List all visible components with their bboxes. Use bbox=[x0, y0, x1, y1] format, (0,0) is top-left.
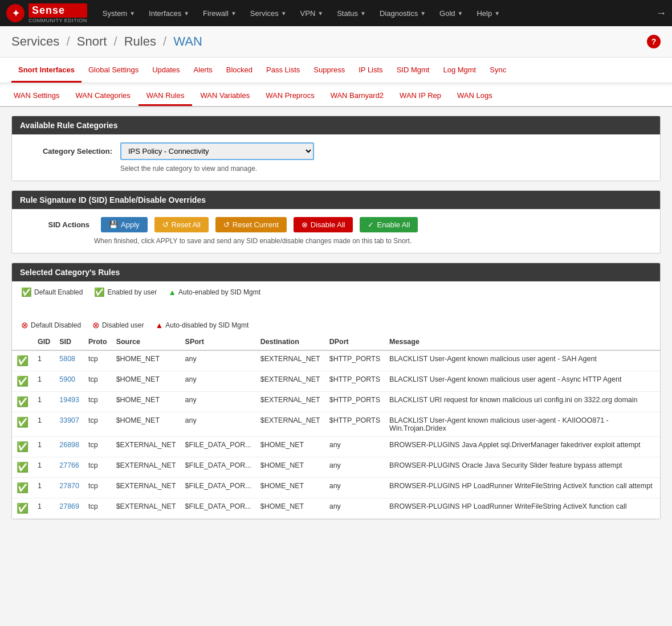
row-status-icon[interactable]: ✅ bbox=[12, 412, 33, 437]
tab-alerts[interactable]: Alerts bbox=[187, 58, 219, 83]
caret-icon: ▼ bbox=[360, 10, 366, 17]
reset-all-button[interactable]: ↺ Reset All bbox=[154, 217, 209, 232]
tab-suppress[interactable]: Suppress bbox=[307, 58, 352, 83]
table-row: ✅ 1 5808 tcp $HOME_NET any $EXTERNAL_NET… bbox=[12, 350, 660, 371]
row-message: BLACKLIST User-Agent known malicious use… bbox=[385, 350, 660, 371]
menu-item-vpn[interactable]: VPN▼ bbox=[294, 0, 331, 26]
tab-log-mgmt[interactable]: Log Mgmt bbox=[436, 58, 483, 83]
row-message: BROWSER-PLUGINS HP LoadRunner WriteFileS… bbox=[385, 478, 660, 498]
menu-item-status[interactable]: Status▼ bbox=[330, 0, 373, 26]
tab-ip-lists[interactable]: IP Lists bbox=[352, 58, 389, 83]
tab-wan-settings[interactable]: WAN Settings bbox=[6, 85, 67, 106]
row-status-icon[interactable]: ✅ bbox=[12, 437, 33, 457]
top-navigation: ✦ Sense COMMUNITY EDITION System▼ Interf… bbox=[0, 0, 672, 26]
row-sid[interactable]: 33907 bbox=[55, 412, 84, 437]
legend-default-enabled: ✅ Default Enabled bbox=[21, 287, 83, 297]
breadcrumb-snort[interactable]: Snort bbox=[77, 34, 107, 48]
auto-enabled-icon: ▲ bbox=[168, 288, 176, 297]
category-label: Category Selection: bbox=[21, 147, 112, 156]
col-status bbox=[12, 334, 33, 350]
breadcrumb: Services / Snort / Rules / WAN bbox=[11, 34, 202, 49]
row-status-icon[interactable]: ✅ bbox=[12, 392, 33, 412]
caret-icon: ▼ bbox=[281, 10, 287, 17]
row-sport: any bbox=[181, 350, 256, 371]
menu-item-firewall[interactable]: Firewall▼ bbox=[196, 0, 243, 26]
menu-item-diagnostics[interactable]: Diagnostics▼ bbox=[373, 0, 433, 26]
row-source: $HOME_NET bbox=[112, 350, 181, 371]
row-sid[interactable]: 27869 bbox=[55, 498, 84, 519]
help-button[interactable]: ? bbox=[647, 35, 661, 48]
row-sport: $FILE_DATA_POR... bbox=[181, 478, 256, 498]
tab-wan-categories[interactable]: WAN Categories bbox=[67, 85, 138, 106]
row-sport: any bbox=[181, 412, 256, 437]
breadcrumb-sep3: / bbox=[163, 34, 166, 48]
breadcrumb-rules[interactable]: Rules bbox=[124, 34, 156, 48]
row-sid[interactable]: 27766 bbox=[55, 457, 84, 478]
sid-body: SID Actions 💾 Apply ↺ Reset All ↺ Reset … bbox=[12, 209, 660, 253]
table-row: ✅ 1 26898 tcp $EXTERNAL_NET $FILE_DATA_P… bbox=[12, 437, 660, 457]
available-rule-categories-heading: Available Rule Categories bbox=[12, 116, 660, 134]
tab-blocked[interactable]: Blocked bbox=[219, 58, 259, 83]
row-sid[interactable]: 5808 bbox=[55, 350, 84, 371]
row-status-icon[interactable]: ✅ bbox=[12, 350, 33, 371]
tab-wan-ip-rep[interactable]: WAN IP Rep bbox=[392, 85, 449, 106]
row-source: $EXTERNAL_NET bbox=[112, 457, 181, 478]
row-sid[interactable]: 26898 bbox=[55, 437, 84, 457]
main-menu: System▼ Interfaces▼ Firewall▼ Services▼ … bbox=[96, 0, 656, 26]
row-sid[interactable]: 27870 bbox=[55, 478, 84, 498]
caret-icon: ▼ bbox=[231, 10, 237, 17]
caret-icon: ▼ bbox=[317, 10, 323, 17]
col-destination: Destination bbox=[256, 334, 325, 350]
breadcrumb-wan: WAN bbox=[173, 34, 202, 48]
tab-sid-mgmt[interactable]: SID Mgmt bbox=[390, 58, 437, 83]
category-selection-row: Category Selection: IPS Policy - Connect… bbox=[21, 142, 651, 160]
row-message: BROWSER-PLUGINS Java Applet sql.DriverMa… bbox=[385, 437, 660, 457]
row-message: BLACKLIST User-Agent known malicious use… bbox=[385, 412, 660, 437]
category-select[interactable]: IPS Policy - Connectivity IPS Policy - B… bbox=[120, 142, 314, 160]
row-dport: $HTTP_PORTS bbox=[325, 392, 385, 412]
row-status-icon[interactable]: ✅ bbox=[12, 478, 33, 498]
row-sport: $FILE_DATA_POR... bbox=[181, 437, 256, 457]
category-hint: Select the rule category to view and man… bbox=[120, 165, 651, 173]
tab-sync[interactable]: Sync bbox=[483, 58, 513, 83]
table-row: ✅ 1 27869 tcp $EXTERNAL_NET $FILE_DATA_P… bbox=[12, 498, 660, 519]
menu-item-system[interactable]: System▼ bbox=[96, 0, 142, 26]
row-destination: $EXTERNAL_NET bbox=[256, 392, 325, 412]
caret-icon: ▼ bbox=[420, 10, 426, 17]
col-proto: Proto bbox=[84, 334, 112, 350]
menu-item-help[interactable]: Help▼ bbox=[470, 0, 507, 26]
breadcrumb-services[interactable]: Services bbox=[11, 34, 59, 48]
enable-all-button[interactable]: ✓ Enable All bbox=[360, 217, 418, 232]
row-gid: 1 bbox=[33, 498, 55, 519]
tab-global-settings[interactable]: Global Settings bbox=[82, 58, 145, 83]
apply-button[interactable]: 💾 Apply bbox=[101, 217, 148, 232]
tab-wan-barnyard2[interactable]: WAN Barnyard2 bbox=[323, 85, 392, 106]
row-proto: tcp bbox=[84, 392, 112, 412]
tab-updates[interactable]: Updates bbox=[145, 58, 186, 83]
disable-all-button[interactable]: ⊗ Disable All bbox=[294, 217, 353, 232]
tab-wan-rules[interactable]: WAN Rules bbox=[139, 85, 193, 106]
row-dport: $HTTP_PORTS bbox=[325, 412, 385, 437]
tab-wan-preprocs[interactable]: WAN Preprocs bbox=[258, 85, 322, 106]
col-source: Source bbox=[112, 334, 181, 350]
row-status-icon[interactable]: ✅ bbox=[12, 457, 33, 478]
tab-wan-logs[interactable]: WAN Logs bbox=[449, 85, 500, 106]
tab-pass-lists[interactable]: Pass Lists bbox=[259, 58, 307, 83]
row-status-icon[interactable]: ✅ bbox=[12, 371, 33, 392]
menu-item-gold[interactable]: Gold▼ bbox=[433, 0, 470, 26]
sid-heading: Rule Signature ID (SID) Enable/Disable O… bbox=[12, 191, 660, 209]
auto-disabled-icon: ▲ bbox=[155, 321, 163, 330]
menu-item-interfaces[interactable]: Interfaces▼ bbox=[142, 0, 196, 26]
logout-icon[interactable]: → bbox=[656, 7, 666, 19]
row-sid[interactable]: 5900 bbox=[55, 371, 84, 392]
tab-wan-variables[interactable]: WAN Variables bbox=[192, 85, 258, 106]
col-sid: SID bbox=[55, 334, 84, 350]
tab-snort-interfaces[interactable]: Snort Interfaces bbox=[11, 58, 82, 83]
reset-current-button[interactable]: ↺ Reset Current bbox=[215, 217, 287, 232]
menu-item-services[interactable]: Services▼ bbox=[243, 0, 294, 26]
breadcrumb-sep2: / bbox=[113, 34, 117, 48]
row-sid[interactable]: 19493 bbox=[55, 392, 84, 412]
row-status-icon[interactable]: ✅ bbox=[12, 498, 33, 519]
col-dport: DPort bbox=[325, 334, 385, 350]
row-message: BROWSER-PLUGINS HP LoadRunner WriteFileS… bbox=[385, 498, 660, 519]
